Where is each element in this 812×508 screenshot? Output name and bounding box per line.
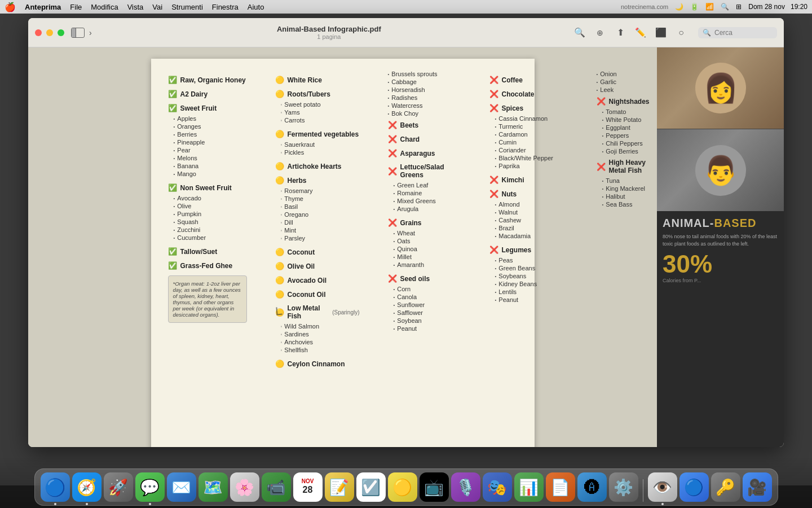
apple-menu[interactable]: 🍎 xyxy=(5,2,16,12)
menu-modifica[interactable]: Modifica xyxy=(91,3,118,11)
dock: 🔵 🧭 🚀 💬 ✉️ 🗺️ 🌸 📹 NOV 28 xyxy=(34,468,778,506)
page-count: 1 pagina xyxy=(95,33,563,40)
list-item: ◦Wild Salmon xyxy=(281,322,360,330)
list-item: •Lentils xyxy=(495,288,568,296)
list-item: •Brussels sprouts xyxy=(388,70,461,78)
zoom-in-icon[interactable]: ⊕ xyxy=(594,27,606,38)
dock-preview[interactable]: 👁️ xyxy=(648,472,677,502)
dock-safari[interactable]: 🧭 xyxy=(72,472,102,502)
menu-vai[interactable]: Vai xyxy=(152,3,162,11)
beets-header: ❌ Beets xyxy=(388,121,461,129)
lettuce-header: ❌ Lettuce/Salad Greens xyxy=(388,163,461,179)
list-item: •Sunflower xyxy=(394,301,461,309)
nuts-header: ❌ Nuts xyxy=(489,190,568,198)
yellow-icon: 🟡 xyxy=(275,162,284,170)
dock-messages[interactable]: 💬 xyxy=(135,472,165,502)
kimchi-title: Kimchi xyxy=(502,176,524,184)
legumes-title: Legumes xyxy=(502,246,532,254)
dock-maps[interactable]: 🗺️ xyxy=(198,472,228,502)
a2-dairy-title: A2 Dairy xyxy=(180,90,208,98)
coffee-title: Coffee xyxy=(502,76,523,84)
markup-icon[interactable]: ✏️ xyxy=(635,27,646,38)
menu-strumenti[interactable]: Strumenti xyxy=(171,3,203,11)
list-item: •Brazil xyxy=(495,224,568,232)
list-item: ◦Sweet potato xyxy=(281,100,360,108)
dock-keynote[interactable]: 🎭 xyxy=(483,472,512,502)
list-item: ◦Basil xyxy=(281,203,360,211)
list-item: •Cashew xyxy=(495,216,568,224)
list-item: ◦Parsley xyxy=(281,234,360,242)
dock-numbers[interactable]: 📊 xyxy=(514,472,544,502)
dock-photos[interactable]: 🌸 xyxy=(230,472,259,502)
sidebar-toggle[interactable] xyxy=(71,28,85,38)
list-item: •Leek xyxy=(597,86,657,94)
dock-calendar[interactable]: NOV 28 xyxy=(293,472,323,502)
menu-vista[interactable]: Vista xyxy=(127,3,144,11)
spices-title: Spices xyxy=(502,104,524,112)
menu-finestra[interactable]: Finestra xyxy=(212,3,239,11)
list-item: •Peanut xyxy=(495,296,568,304)
roots-title: Roots/Tubers xyxy=(288,90,330,98)
list-item: •White Potato xyxy=(602,116,657,124)
preview-window: › Animal-Based Infographic.pdf 1 pagina … xyxy=(28,18,784,447)
dock-pages[interactable]: 📄 xyxy=(546,472,575,502)
sign-icon[interactable]: ○ xyxy=(676,27,687,38)
search-input[interactable] xyxy=(714,29,771,37)
non-sweet-list: •Avocado •Olive •Pumpkin •Squash •Zucchi… xyxy=(174,194,247,242)
app-name[interactable]: Anteprima xyxy=(25,3,61,11)
list-item: •Pineapple xyxy=(174,138,247,146)
dock-zoom2[interactable]: 🎥 xyxy=(743,472,772,502)
animal-label: ANIMAL- xyxy=(663,217,714,229)
fish-list: ◦Wild Salmon ◦Sardines ◦Anchovies ◦Shell… xyxy=(281,322,360,354)
list-item: •Cucumber xyxy=(174,234,247,242)
menu-aiuto[interactable]: Aiuto xyxy=(248,3,264,11)
list-item: ◦Thyme xyxy=(281,195,360,203)
list-item: •Peanut xyxy=(394,325,461,332)
list-item: •Green Beans xyxy=(495,264,568,272)
dock-mail[interactable]: ✉️ xyxy=(167,472,196,502)
list-item: •Olive xyxy=(174,202,247,210)
dock-launchpad[interactable]: 🚀 xyxy=(104,472,133,502)
herbs-list: ◦Rosemary ◦Thyme ◦Basil ◦Oregano ◦Dill ◦… xyxy=(281,187,360,242)
list-item: •Black/White Pepper xyxy=(495,154,568,162)
close-button[interactable] xyxy=(35,29,42,36)
list-item: •Peas xyxy=(495,256,568,264)
list-item: •Zucchini xyxy=(174,226,247,234)
zoom-out-icon[interactable]: 🔍 xyxy=(574,27,585,38)
dock-zoom[interactable]: 🔵 xyxy=(679,472,709,502)
raw-honey-header: ✅ Raw, Organic Honey xyxy=(168,76,247,84)
coffee-header: ❌ Coffee xyxy=(489,76,568,84)
control-center-icon[interactable]: ⊞ xyxy=(736,3,742,11)
list-item: •Banana xyxy=(174,162,247,170)
search-bar[interactable]: 🔍 xyxy=(698,27,777,38)
raw-honey-title: Raw, Organic Honey xyxy=(180,76,246,84)
dock-finder[interactable]: 🔵 xyxy=(41,472,70,502)
cross-icon: ❌ xyxy=(388,135,397,143)
minimize-button[interactable] xyxy=(46,29,53,36)
maximize-button[interactable] xyxy=(58,29,64,36)
yellow-icon: 🟡 xyxy=(275,290,284,299)
list-item: •Pumpkin xyxy=(174,210,247,218)
dock-systemprefs[interactable]: ⚙️ xyxy=(609,472,638,502)
list-item: ◦Anchovies xyxy=(281,338,360,346)
dock-appstore[interactable]: 🅐 xyxy=(577,472,607,502)
crop-icon[interactable]: ⬛ xyxy=(655,27,667,38)
list-item: •Soybeans xyxy=(495,272,568,280)
dock-stickies[interactable]: 🟡 xyxy=(388,472,417,502)
dock-keychain[interactable]: 🔑 xyxy=(711,472,740,502)
dock-podcasts[interactable]: 🎙️ xyxy=(451,472,480,502)
based-label: BASED xyxy=(714,217,756,229)
dock-tv[interactable]: 📺 xyxy=(420,472,449,502)
seed-oils-header: ❌ Seed oils xyxy=(388,274,461,283)
check-icon: ✅ xyxy=(168,183,177,192)
pdf-viewer[interactable]: ✅ Raw, Organic Honey ✅ A2 Dairy ✅ Sweet … xyxy=(28,47,657,447)
white-rice-header: 🟡 White Rice xyxy=(275,76,360,84)
dock-reminders[interactable]: ☑️ xyxy=(356,472,386,502)
menu-file[interactable]: File xyxy=(70,3,82,11)
share-icon[interactable]: ⬆ xyxy=(615,27,626,38)
search-icon[interactable]: 🔍 xyxy=(721,3,729,11)
pdf-page: ✅ Raw, Organic Honey ✅ A2 Dairy ✅ Sweet … xyxy=(151,59,535,447)
seed-oils-title: Seed oils xyxy=(400,275,430,283)
dock-notes[interactable]: 📝 xyxy=(325,472,354,502)
dock-facetime[interactable]: 📹 xyxy=(262,472,291,502)
